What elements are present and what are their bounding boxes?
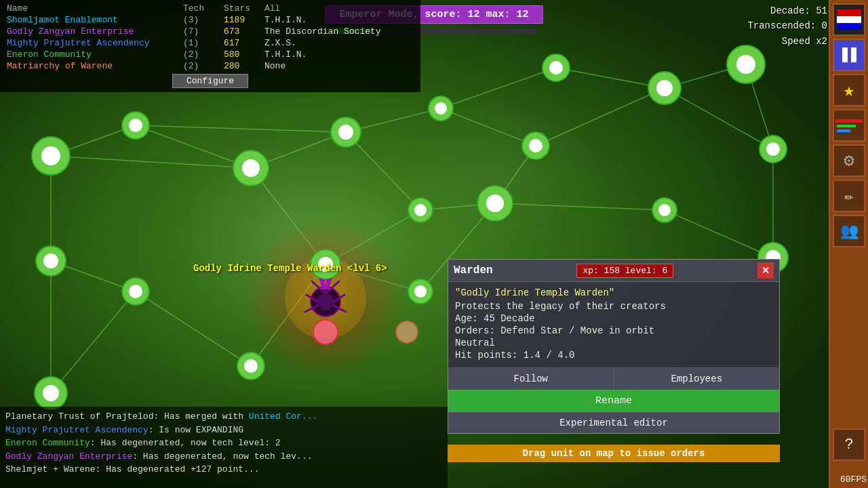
message-segment: Shelmjet + Warene: Has degenerated +127 … (5, 464, 259, 474)
leaderboard-row[interactable]: Shomljamot Enablemont(3)1189T.H.I.N. (4, 14, 416, 26)
flag-icon (837, 9, 861, 30)
lb-all: The Discordian Society (262, 26, 416, 37)
svg-point-68 (244, 359, 258, 373)
employees-button[interactable]: Employees (614, 368, 780, 390)
svg-point-66 (414, 285, 427, 298)
star-icon: ★ (844, 79, 855, 102)
svg-point-50 (736, 55, 755, 74)
leaderboard-row[interactable]: Eneron Community(2)580T.H.I.N. (4, 49, 416, 60)
message-segment: United Cor... (249, 411, 317, 422)
svg-point-74 (129, 285, 142, 298)
top-right-panel: Decade: 51 Transcended: 0 Speed x2 (747, 3, 827, 49)
edit-button[interactable]: ✏ (833, 180, 865, 212)
leaderboard-row[interactable]: Matriarchy of Warene(2)280None (4, 60, 416, 72)
unit-close-button[interactable]: ✕ (757, 262, 774, 279)
message-line: Eneron Community: Has degenerated, now t… (5, 436, 442, 450)
svg-point-38 (129, 119, 142, 132)
unit-xp-display: xp: 158 level: 6 (576, 264, 673, 278)
col-header-tech: Tech (180, 3, 221, 14)
svg-point-48 (656, 80, 673, 96)
speed-button[interactable] (833, 109, 865, 142)
unit-hitpoints: Hit points: 1.4 / 4.0 (455, 350, 772, 361)
question-icon: ? (844, 436, 853, 453)
svg-point-36 (41, 146, 60, 165)
svg-point-40 (242, 159, 260, 177)
message-log: Planetary Trust of Prajtelod: Has merged… (0, 407, 448, 488)
unit-body: "Godly Idrine Temple Warden" Protects th… (448, 282, 779, 367)
leaderboard-panel: Name Tech Stars All Shomljamot Enablemon… (0, 0, 420, 92)
people-icon: 👥 (840, 222, 859, 241)
speed-bar-blue (837, 129, 850, 132)
lb-all: None (262, 60, 416, 72)
lb-stars: 1189 (221, 14, 262, 26)
lb-name: Eneron Community (4, 49, 180, 60)
settings-button[interactable]: ⚙ (833, 144, 865, 177)
message-line: Mighty Prajutret Ascendency: Is now EXPA… (5, 424, 442, 437)
lb-name: Matriarchy of Warene (4, 60, 180, 72)
help-button[interactable]: ? (833, 428, 865, 461)
lb-all: Z.X.S. (262, 37, 416, 49)
svg-point-52 (766, 142, 780, 156)
unit-quote: "Godly Idrine Temple Warden" (455, 287, 772, 298)
col-header-stars: Stars (221, 3, 262, 14)
message-segment: Mighty Prajutret Ascendency (5, 425, 149, 435)
svg-point-70 (43, 253, 58, 268)
leaderboard-row[interactable]: Godly Zangyan Enterprise(7)673The Discor… (4, 26, 416, 37)
svg-point-75 (313, 320, 338, 344)
lb-name: Shomljamot Enablemont (4, 14, 180, 26)
pencil-icon: ✏ (844, 187, 853, 205)
svg-point-64 (318, 257, 333, 272)
unit-action-buttons: Follow Employees (448, 367, 779, 390)
message-segment: Planetary Trust of Prajtelod: Has merged… (5, 411, 249, 422)
drag-orders-bar: Drag unit on map to issue orders (448, 445, 780, 462)
pause-icon (842, 47, 856, 62)
unit-description: Protects the legacy of their creators (455, 301, 772, 312)
unit-panel-header: Warden xp: 158 level: 6 ✕ (448, 260, 779, 282)
speed-bar-green (837, 125, 856, 127)
unit-orders: Orders: Defend Star / Move in orbit (455, 325, 772, 336)
right-sidebar: ★ ⚙ ✏ 👥 ? (829, 0, 868, 488)
gear-icon: ⚙ (844, 150, 854, 171)
svg-point-46 (549, 61, 563, 75)
svg-point-78 (317, 293, 334, 310)
rename-button[interactable]: Rename (448, 390, 779, 412)
speed-display: Speed x2 (747, 34, 827, 49)
unit-alignment: Neutral (455, 338, 772, 348)
message-segment: : Has degenerated, now tech lev... (132, 451, 312, 462)
lb-stars: 580 (221, 49, 262, 60)
lb-stars: 617 (221, 37, 262, 49)
configure-button[interactable]: Configure (172, 74, 248, 88)
experimental-editor-button[interactable]: Experimental editor (448, 412, 779, 433)
message-line: Shelmjet + Warene: Has degenerated +127 … (5, 463, 442, 476)
leaderboard-row[interactable]: Mighty Prajutret Ascendency(1)617Z.X.S. (4, 37, 416, 49)
lb-tech: (7) (180, 26, 221, 37)
svg-point-76 (396, 321, 418, 343)
unit-age: Age: 45 Decade (455, 313, 772, 324)
decade-display: Decade: 51 (747, 3, 827, 18)
col-header-all: All (262, 3, 416, 14)
lb-stars: 280 (221, 60, 262, 72)
col-header-name: Name (4, 3, 180, 14)
message-segment: Eneron Community (5, 438, 90, 448)
lb-tech: (3) (180, 14, 221, 26)
svg-point-60 (486, 195, 504, 212)
lb-all: T.H.I.N. (262, 14, 416, 26)
transcended-display: Transcended: 0 (747, 18, 827, 33)
star-button[interactable]: ★ (833, 74, 865, 106)
message-segment: Godly Zangyan Enterprise (5, 451, 132, 462)
lb-name: Godly Zangyan Enterprise (4, 26, 180, 37)
pause-button[interactable] (833, 39, 865, 71)
svg-point-56 (658, 204, 671, 216)
message-line: Godly Zangyan Enterprise: Has degenerate… (5, 450, 442, 464)
message-segment: : Is now EXPANDING (149, 425, 243, 435)
lb-stars: 673 (221, 26, 262, 37)
message-segment: : Has degenerated, now tech level: 2 (90, 438, 281, 448)
svg-point-44 (435, 102, 447, 115)
message-log-content: Planetary Trust of Prajtelod: Has merged… (5, 410, 442, 476)
unit-title: Warden (454, 264, 493, 277)
flag-button[interactable] (833, 3, 865, 36)
lb-tech: (1) (180, 37, 221, 49)
fps-display: 60FPS (840, 474, 867, 485)
follow-button[interactable]: Follow (448, 368, 614, 390)
people-button[interactable]: 👥 (833, 215, 865, 247)
